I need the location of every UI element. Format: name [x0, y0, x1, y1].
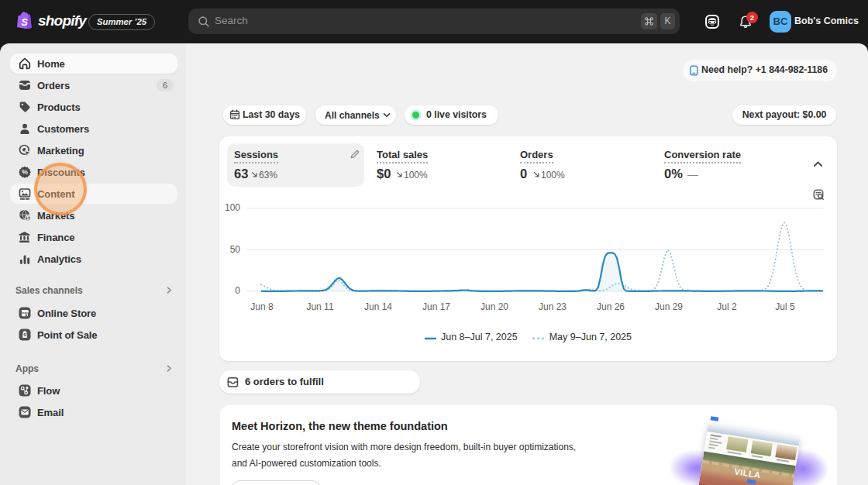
svg-text:S: S: [22, 17, 29, 28]
svg-text:s: s: [23, 332, 26, 337]
svg-text:%: %: [22, 168, 28, 176]
svg-text:$: $: [26, 215, 29, 222]
